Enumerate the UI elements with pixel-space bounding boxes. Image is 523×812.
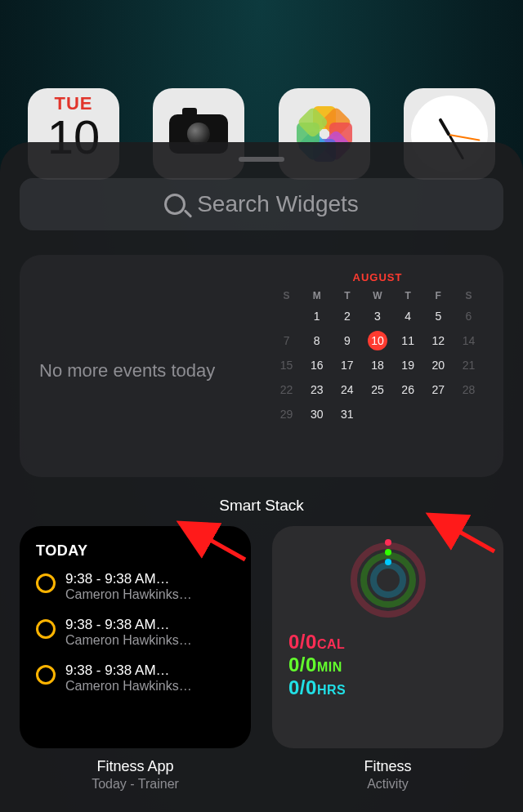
calendar-day: 7 [271, 331, 302, 350]
calendar-day [393, 404, 423, 424]
search-icon [164, 194, 186, 215]
calendar-day: 21 [454, 355, 484, 375]
today-item-time: 9:38 - 9:38 AM… [65, 617, 192, 633]
calendar-dow: S [454, 290, 484, 301]
calendar-dow: W [362, 290, 392, 301]
activity-hrs-unit: HRS [317, 683, 346, 697]
today-title: TODAY [36, 542, 235, 560]
calendar-day: 3 [362, 306, 392, 326]
fitness-app-widget-label: Fitness App Today - Trainer [20, 758, 251, 792]
calendar-day: 9 [332, 331, 362, 350]
today-item-name: Cameron Hawkinks… [65, 587, 192, 602]
calendar-smart-stack-widget[interactable]: No more events today AUGUST SMTWTFS12345… [20, 255, 503, 477]
calendar-day: 5 [423, 306, 454, 326]
widget-subtitle: Today - Trainer [92, 777, 179, 792]
activity-stats: 0/0CAL 0/0MIN 0/0HRS [288, 631, 487, 699]
widget-app-name: Fitness App [96, 758, 173, 775]
calendar-dow: T [332, 290, 362, 301]
calendar-grid: SMTWTFS123456789101112141516171819202122… [271, 290, 484, 424]
calendar-day: 11 [393, 331, 423, 350]
calendar-dow: S [271, 290, 302, 301]
widget-gallery-sheet[interactable]: Search Widgets No more events today AUGU… [0, 142, 523, 812]
calendar-day: 16 [302, 355, 332, 375]
calendar-day: 22 [271, 380, 302, 399]
calendar-day: 10 [368, 331, 387, 350]
calendar-no-events-text: No more events today [39, 360, 215, 381]
widget-subtitle: Activity [367, 777, 409, 792]
fitness-widget-label: Fitness Activity [272, 758, 503, 792]
calendar-day [454, 404, 484, 424]
calendar-day [423, 404, 454, 424]
calendar-day: 6 [454, 306, 484, 326]
calendar-day [362, 404, 392, 424]
search-placeholder-text: Search Widgets [197, 191, 359, 217]
today-item-time: 9:38 - 9:38 AM… [65, 571, 192, 587]
calendar-day: 23 [302, 380, 332, 399]
calendar-day: 19 [393, 355, 423, 375]
calendar-day: 1 [302, 306, 332, 326]
calendar-day: 29 [271, 404, 302, 424]
sheet-grabber-icon[interactable] [239, 157, 284, 162]
search-input[interactable]: Search Widgets [20, 178, 503, 230]
calendar-day: 24 [332, 380, 362, 399]
calendar-dow: T [393, 290, 423, 301]
today-item-time: 9:38 - 9:38 AM… [65, 663, 192, 679]
fitness-activity-widget[interactable]: 0/0CAL 0/0MIN 0/0HRS [272, 526, 503, 748]
ring-icon [36, 573, 56, 593]
today-list: 9:38 - 9:38 AM…Cameron Hawkinks…9:38 - 9… [36, 571, 235, 694]
activity-cal-value: 0/0 [288, 631, 317, 653]
calendar-day [271, 306, 302, 326]
activity-rings-icon [351, 542, 426, 618]
today-item: 9:38 - 9:38 AM…Cameron Hawkinks… [36, 571, 235, 602]
calendar-day: 8 [302, 331, 332, 350]
today-item-name: Cameron Hawkinks… [65, 679, 192, 694]
calendar-day: 25 [362, 380, 392, 399]
today-item: 9:38 - 9:38 AM…Cameron Hawkinks… [36, 663, 235, 694]
widget-app-name: Fitness [364, 758, 411, 775]
activity-min-value: 0/0 [288, 654, 317, 676]
calendar-day: 31 [332, 404, 362, 424]
calendar-day: 17 [332, 355, 362, 375]
calendar-day: 12 [423, 331, 454, 350]
today-item-name: Cameron Hawkinks… [65, 633, 192, 648]
ring-icon [36, 619, 56, 639]
calendar-dow: F [423, 290, 454, 301]
calendar-day: 27 [423, 380, 454, 399]
fitness-app-today-widget[interactable]: TODAY 9:38 - 9:38 AM…Cameron Hawkinks…9:… [20, 526, 251, 748]
activity-hrs-value: 0/0 [288, 676, 317, 698]
calendar-day: 20 [423, 355, 454, 375]
smart-stack-label: Smart Stack [20, 497, 503, 515]
calendar-day: 14 [454, 331, 484, 350]
calendar-day: 28 [454, 380, 484, 399]
ring-icon [36, 665, 56, 685]
calendar-day: 15 [271, 355, 302, 375]
activity-cal-unit: CAL [317, 637, 345, 651]
calendar-dow: M [302, 290, 332, 301]
calendar-day: 30 [302, 404, 332, 424]
calendar-day: 4 [393, 306, 423, 326]
activity-min-unit: MIN [317, 660, 342, 674]
calendar-day: 2 [332, 306, 362, 326]
calendar-month-label: AUGUST [271, 271, 484, 283]
calendar-day: 18 [362, 355, 392, 375]
calendar-day: 26 [393, 380, 423, 399]
today-item: 9:38 - 9:38 AM…Cameron Hawkinks… [36, 617, 235, 648]
